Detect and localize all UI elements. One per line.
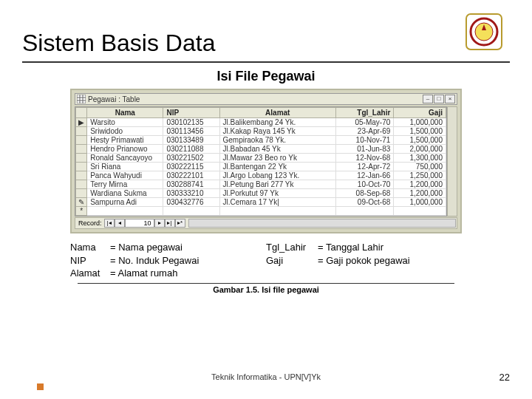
data-grid[interactable]: Nama NIP Alamat Tgl_Lahir Gaji ▶Warsito0… xyxy=(75,106,447,216)
cell-tgl[interactable]: 10-Oct-70 xyxy=(336,180,394,189)
cell-gaji[interactable]: 1,000,000 xyxy=(394,198,446,207)
cell-nip[interactable]: 030222115 xyxy=(163,163,219,171)
cell-tgl[interactable]: 09-Oct-68 xyxy=(336,198,394,207)
nav-new-button[interactable]: ▸* xyxy=(175,219,185,228)
cell-nama[interactable]: Sri Riana xyxy=(87,163,163,171)
col-gaji[interactable]: Gaji xyxy=(394,108,446,118)
row-selector[interactable] xyxy=(76,189,87,198)
vertical-scrollbar[interactable] xyxy=(447,106,457,216)
cell-nip[interactable]: 030222101 xyxy=(163,171,219,180)
cell-nama[interactable]: Warsito xyxy=(87,118,163,127)
table-row[interactable]: ▶Warsito030102135Jl.Balikembang 24 Yk.05… xyxy=(76,118,446,127)
row-selector[interactable]: ▶ xyxy=(76,118,87,127)
cell-nama[interactable]: Ronald Sancayoyo xyxy=(87,154,163,163)
cell-tgl[interactable]: 23-Apr-69 xyxy=(336,127,394,136)
cell-gaji[interactable]: 1,300,000 xyxy=(394,154,446,163)
cell-alamat[interactable]: Jl.Argo Lobang 123 Yk. xyxy=(219,171,336,180)
row-selector[interactable] xyxy=(76,154,87,163)
cell-nip[interactable]: 030333210 xyxy=(163,189,219,198)
table-row[interactable]: Hendro Prianowo030211088Jl.Babadan 45 Yk… xyxy=(76,145,446,154)
cell-gaji[interactable]: 750,000 xyxy=(394,163,446,171)
cell-alamat[interactable]: Jl.Balikembang 24 Yk. xyxy=(219,118,336,127)
nav-last-button[interactable]: ▸| xyxy=(165,219,175,228)
col-tgl[interactable]: Tgl_Lahir xyxy=(336,108,394,118)
cell-gaji[interactable]: 1,250,000 xyxy=(394,171,446,180)
table-row[interactable]: Hesty Primawati030133489Gempiraoka 78 Yk… xyxy=(76,136,446,145)
col-nip[interactable]: NIP xyxy=(163,108,219,118)
cell-nip[interactable]: 030113456 xyxy=(163,127,219,136)
table-row[interactable]: Terry Mirna030288741Jl.Petung Bari 277 Y… xyxy=(76,180,446,189)
cell-alamat[interactable]: Jl.Porkutut 97 Yk xyxy=(219,189,336,198)
table-row[interactable]: Panca Wahyudi030222101Jl.Argo Lobang 123… xyxy=(76,171,446,180)
maximize-button[interactable]: □ xyxy=(434,95,444,103)
cell-nama[interactable]: Hendro Prianowo xyxy=(87,145,163,154)
table-row[interactable]: ✎Sampurna Adi030432776Jl.Cemara 17 Yk|09… xyxy=(76,198,446,207)
cell-alamat[interactable]: Jl.Cemara 17 Yk| xyxy=(219,198,336,207)
cell-nama[interactable]: Sriwidodo xyxy=(87,127,163,136)
horizontal-scrollbar[interactable] xyxy=(188,219,456,228)
cell-gaji[interactable]: 1,500,000 xyxy=(394,127,446,136)
table-row[interactable]: * xyxy=(76,207,446,216)
row-selector[interactable]: ✎ xyxy=(76,198,87,207)
cell-gaji[interactable]: 1,500,000 xyxy=(394,136,446,145)
close-button[interactable]: × xyxy=(445,95,455,103)
nav-prev-button[interactable]: ◂ xyxy=(115,219,125,228)
cell-tgl[interactable]: 12-Apr-72 xyxy=(336,163,394,171)
row-selector[interactable] xyxy=(76,171,87,180)
row-selector[interactable] xyxy=(76,127,87,136)
cell-tgl[interactable]: 10-Nov-71 xyxy=(336,136,394,145)
col-nama[interactable]: Nama xyxy=(87,108,163,118)
cell-gaji[interactable]: 1,000,000 xyxy=(394,118,446,127)
cell-tgl[interactable]: 08-Sep-68 xyxy=(336,189,394,198)
university-logo xyxy=(466,13,502,50)
cell-gaji[interactable] xyxy=(394,207,446,216)
cell-alamat[interactable]: Jl.Mawar 23 Beo ro Yk xyxy=(219,154,336,163)
cell-tgl[interactable]: 12-Nov-68 xyxy=(336,154,394,163)
row-selector[interactable] xyxy=(76,180,87,189)
col-alamat[interactable]: Alamat xyxy=(219,108,336,118)
cell-nama[interactable]: Panca Wahyudi xyxy=(87,171,163,180)
cell-nama[interactable]: Terry Mirna xyxy=(87,180,163,189)
cell-nip[interactable]: 030432776 xyxy=(163,198,219,207)
cell-tgl[interactable]: 05-May-70 xyxy=(336,118,394,127)
cell-tgl[interactable]: 01-Jun-83 xyxy=(336,145,394,154)
minimize-button[interactable]: – xyxy=(423,95,433,103)
table-row[interactable]: Sriwidodo030113456Jl.Kakap Raya 145 Yk23… xyxy=(76,127,446,136)
cell-alamat[interactable]: Jl.Kakap Raya 145 Yk xyxy=(219,127,336,136)
cell-alamat[interactable]: Gempiraoka 78 Yk. xyxy=(219,136,336,145)
cell-nama[interactable]: Sampurna Adi xyxy=(87,198,163,207)
slide-footer: Teknik Informatika - UPN[V]Yk xyxy=(0,372,532,381)
cell-nip[interactable]: 030221502 xyxy=(163,154,219,163)
cell-nip[interactable]: 030288741 xyxy=(163,180,219,189)
title-underline xyxy=(22,61,510,63)
cell-tgl[interactable]: 12-Jan-66 xyxy=(336,171,394,180)
cell-nip[interactable]: 030133489 xyxy=(163,136,219,145)
table-row[interactable]: Ronald Sancayoyo030221502Jl.Mawar 23 Beo… xyxy=(76,154,446,163)
cell-tgl[interactable] xyxy=(336,207,394,216)
cell-gaji[interactable]: 1,200,000 xyxy=(394,189,446,198)
def-key: Tgl_Lahir xyxy=(266,241,318,254)
cell-alamat[interactable]: Jl.Bantengan 22 Yk xyxy=(219,163,336,171)
row-selector[interactable] xyxy=(76,136,87,145)
cell-nip[interactable] xyxy=(163,207,219,216)
cell-nip[interactable]: 030102135 xyxy=(163,118,219,127)
caption-rule xyxy=(78,283,454,284)
cell-gaji[interactable]: 1,200,000 xyxy=(394,180,446,189)
table-row[interactable]: Wardiana Sukma030333210Jl.Porkutut 97 Yk… xyxy=(76,189,446,198)
row-selector[interactable] xyxy=(76,163,87,171)
cell-nama[interactable]: Wardiana Sukma xyxy=(87,189,163,198)
cell-alamat[interactable]: Jl.Babadan 45 Yk xyxy=(219,145,336,154)
nav-next-button[interactable]: ▸ xyxy=(154,219,165,228)
cell-alamat[interactable] xyxy=(219,207,336,216)
row-selector[interactable] xyxy=(76,145,87,154)
cell-nama[interactable]: Hesty Primawati xyxy=(87,136,163,145)
page-number: 22 xyxy=(499,372,510,383)
table-row[interactable]: Sri Riana030222115Jl.Bantengan 22 Yk12-A… xyxy=(76,163,446,171)
cell-nama[interactable] xyxy=(87,207,163,216)
nav-record-input[interactable]: 10 xyxy=(125,219,154,228)
cell-gaji[interactable]: 2,000,000 xyxy=(394,145,446,154)
cell-nip[interactable]: 030211088 xyxy=(163,145,219,154)
row-selector[interactable]: * xyxy=(76,207,87,216)
cell-alamat[interactable]: Jl.Petung Bari 277 Yk xyxy=(219,180,336,189)
nav-first-button[interactable]: |◂ xyxy=(104,219,115,228)
